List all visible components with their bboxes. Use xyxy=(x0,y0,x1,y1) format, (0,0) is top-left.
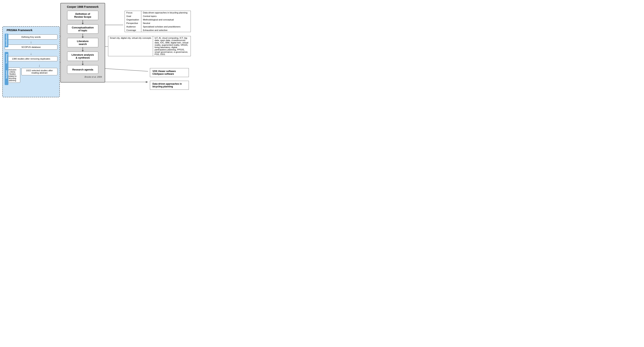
table-cell-left: Organisation xyxy=(125,18,141,22)
table-row: CoverageExhaustive and selective xyxy=(125,28,190,32)
vos-line2: CiteSpace software xyxy=(152,72,186,75)
inclusion-criteria-text: Inclusion criteria: Studies related to b… xyxy=(8,69,16,82)
cooper-box-literature-search: Literaturesearch xyxy=(67,38,98,47)
cooper-definition-table: FocusData-driven approaches in bicycling… xyxy=(124,11,191,32)
definition-table-content: FocusData-driven approaches in bicycling… xyxy=(125,11,190,32)
table-cell-left: Goal xyxy=(125,14,141,18)
concept-right-cell: IoT, AI, cloud computing, ICT, big data,… xyxy=(153,36,190,56)
agenda-output-text: Data-driven approaches in bicycling plan… xyxy=(152,82,182,88)
cooper-box-conceptualisation: Conceptualisationof topic xyxy=(67,24,98,34)
table-cell-right: Exhaustive and selective xyxy=(141,28,190,32)
table-row: AudienceSpecialised scholars and practit… xyxy=(125,25,190,28)
table-row: OrganisationMethodological and conceptua… xyxy=(125,18,190,22)
cooper-box-research-agenda: Research agenda xyxy=(67,65,98,74)
included-label: Included xyxy=(5,64,8,85)
conceptualisation-table: Smart city, digital city, virtual city c… xyxy=(108,36,191,56)
table-cell-right: Neutral xyxy=(141,22,190,25)
table-cell-right: Data-driven approaches in bicycling plan… xyxy=(141,11,190,14)
vos-viewer-box: VOS Viewer software CiteSpace software xyxy=(150,68,189,77)
table-cell-left: Focus xyxy=(125,11,141,14)
concept-left-cell: Smart city, digital city, virtual city c… xyxy=(108,36,153,56)
table-row: GoalCentral topics xyxy=(125,14,190,18)
selected-studies-box: 1022 selected studies after reading abst… xyxy=(22,68,58,75)
table-cell-left: Perspective xyxy=(125,22,141,25)
table-row: PerspectiveNeutral xyxy=(125,22,190,25)
cooper-title: Cooper 1988 Framework xyxy=(64,5,102,8)
table-row: FocusData-driven approaches in bicycling… xyxy=(125,11,190,14)
cooper-flow: Definition ofReview Scope Conceptualisat… xyxy=(64,11,102,74)
prisma-framework: PRISMA Framework Identification Defining… xyxy=(2,26,60,97)
table-cell-right: Central topics xyxy=(141,14,190,18)
prisma-title: PRISMA Framework xyxy=(6,28,58,32)
table-cell-left: Coverage xyxy=(125,28,141,32)
vos-line1: VOS Viewer software xyxy=(152,70,186,72)
defining-keywords-box: Defining Key words xyxy=(5,34,58,40)
svg-line-8 xyxy=(105,68,148,71)
agenda-output-box: Data-driven approaches in bicycling plan… xyxy=(150,81,189,90)
table-cell-left: Audience xyxy=(125,25,141,28)
cooper-citation: Brocke et al. 2009 xyxy=(84,76,102,78)
duplicates-box: 1380 studies after removing duplicates xyxy=(5,56,58,61)
conceptualisation-table-content: Smart city, digital city, virtual city c… xyxy=(108,36,190,56)
cooper-framework: Cooper 1988 Framework Definition ofRevie… xyxy=(60,3,105,82)
table-cell-right: Methodological and conceptual xyxy=(141,18,190,22)
concept-left-text: Smart city, digital city, virtual city c… xyxy=(110,37,151,39)
table-cell-right: Specialised scholars and practitioners xyxy=(141,25,190,28)
identification-label: Identification xyxy=(5,34,8,47)
scopus-box: SCOPUS database xyxy=(5,44,58,50)
cooper-box-literature-analysis: Literature analysis& synthesis xyxy=(67,52,98,61)
concept-right-text: IoT, AI, cloud computing, ICT, big data,… xyxy=(154,37,188,56)
cooper-box-definition: Definition ofReview Scope xyxy=(67,11,98,20)
